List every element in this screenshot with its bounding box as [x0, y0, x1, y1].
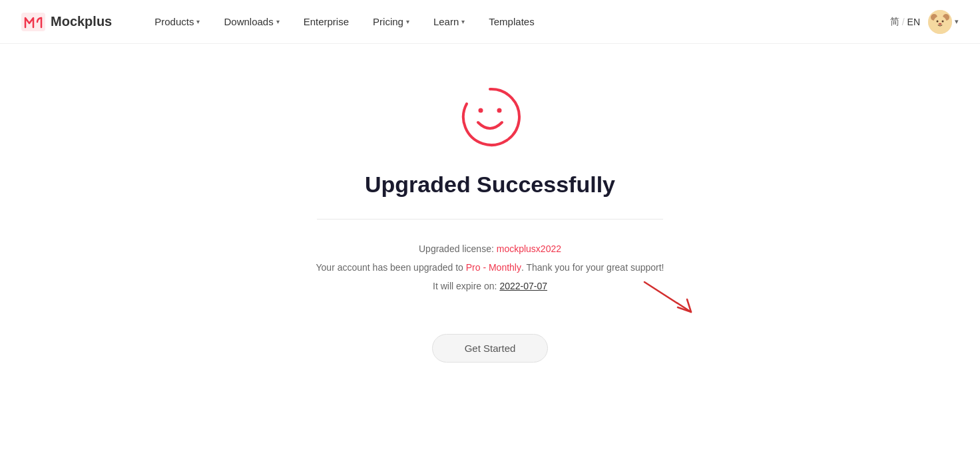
svg-point-7	[939, 23, 942, 25]
account-text-after: . Thank you for your great support!	[521, 262, 664, 273]
svg-point-4	[933, 16, 947, 29]
expire-row: It will expire on: 2022-07-07	[433, 281, 547, 291]
account-row: Your account has been upgraded to Pro - …	[316, 262, 664, 273]
nav-item-products[interactable]: Products ▾	[144, 11, 210, 33]
templates-label: Templates	[489, 16, 534, 27]
nav-item-learn[interactable]: Learn ▾	[423, 11, 475, 33]
license-row: Upgraded license: mockplusx2022	[419, 243, 561, 254]
nav-right: 简 / EN	[890, 10, 959, 34]
lang-en: EN	[907, 17, 920, 27]
learn-chevron-icon: ▾	[461, 18, 465, 25]
user-dropdown[interactable]: ▾	[928, 10, 959, 34]
logo-link[interactable]: Mockplus	[21, 13, 112, 31]
nav-item-pricing[interactable]: Pricing ▾	[362, 11, 420, 33]
smiley-svg	[457, 84, 523, 150]
products-chevron-icon: ▾	[196, 18, 200, 25]
pro-monthly-badge: Pro - Monthly	[466, 262, 521, 273]
expire-date: 2022-07-07	[499, 281, 547, 291]
arrow-svg	[638, 275, 718, 322]
license-label: Upgraded license:	[419, 243, 494, 254]
avatar	[928, 10, 952, 34]
lang-divider: /	[902, 17, 905, 27]
info-section: Upgraded license: mockplusx2022 Your acc…	[316, 243, 664, 291]
logo-text: Mockplus	[51, 14, 112, 29]
lang-zh: 简	[890, 16, 899, 28]
account-text-before: Your account has been upgraded to	[316, 262, 466, 273]
nav-item-templates[interactable]: Templates	[478, 11, 545, 33]
main-content: Upgraded Successfully Upgraded license: …	[0, 44, 980, 389]
section-divider	[317, 219, 663, 220]
svg-point-9	[497, 108, 502, 113]
downloads-label: Downloads	[224, 16, 273, 27]
downloads-chevron-icon: ▾	[276, 18, 280, 25]
logo-icon	[21, 13, 45, 31]
learn-label: Learn	[433, 16, 459, 27]
arrow-annotation	[638, 275, 718, 325]
success-title: Upgraded Successfully	[365, 172, 615, 198]
expire-label: It will expire on:	[433, 281, 499, 291]
pricing-label: Pricing	[373, 16, 403, 27]
user-chevron-icon: ▾	[955, 17, 959, 26]
get-started-button[interactable]: Get Started	[432, 334, 549, 363]
enterprise-label: Enterprise	[304, 16, 349, 27]
svg-point-5	[937, 20, 939, 22]
nav-item-downloads[interactable]: Downloads ▾	[213, 11, 290, 33]
nav-links: Products ▾ Downloads ▾ Enterprise Pricin…	[144, 11, 889, 33]
navbar: Mockplus Products ▾ Downloads ▾ Enterpri…	[0, 0, 980, 44]
svg-point-8	[479, 108, 483, 113]
language-switcher[interactable]: 简 / EN	[890, 16, 920, 28]
avatar-icon	[928, 10, 952, 34]
pricing-chevron-icon: ▾	[406, 18, 409, 25]
svg-point-6	[942, 20, 944, 22]
products-label: Products	[154, 16, 194, 27]
license-value: mockplusx2022	[497, 243, 561, 254]
nav-item-enterprise[interactable]: Enterprise	[293, 11, 360, 33]
success-icon	[457, 84, 523, 153]
